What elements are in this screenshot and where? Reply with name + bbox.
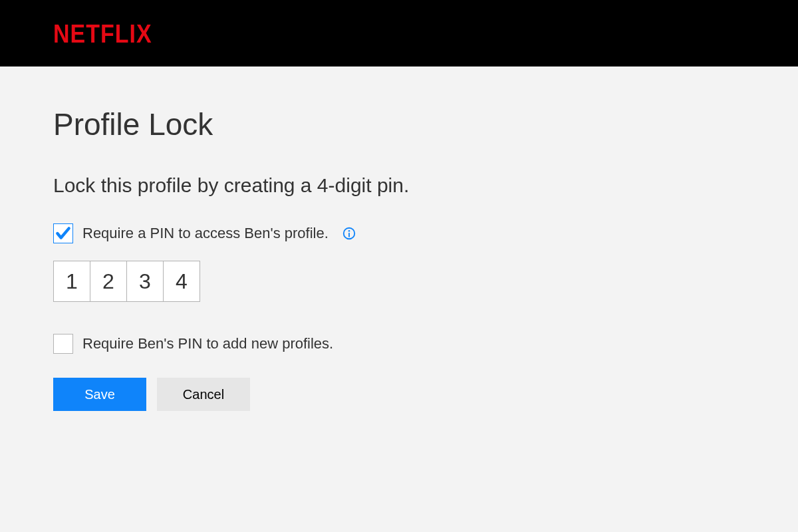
button-row: Save Cancel (53, 378, 745, 411)
pin-digit-4[interactable] (163, 261, 200, 302)
cancel-button[interactable]: Cancel (157, 378, 250, 411)
pin-digit-1[interactable] (53, 261, 90, 302)
svg-rect-2 (348, 233, 350, 237)
require-pin-add-profile-label: Require Ben's PIN to add new profiles. (82, 335, 333, 352)
save-button[interactable]: Save (53, 378, 146, 411)
pin-digit-2[interactable] (90, 261, 127, 302)
require-pin-access-label: Require a PIN to access Ben's profile. (82, 225, 329, 242)
pin-input-row (53, 261, 745, 302)
app-header: NETFLIX (0, 0, 798, 66)
instruction-text: Lock this profile by creating a 4-digit … (53, 174, 745, 197)
checkmark-icon (55, 225, 72, 242)
page-title: Profile Lock (53, 106, 745, 142)
pin-digit-3[interactable] (126, 261, 164, 302)
svg-point-1 (348, 230, 350, 232)
require-pin-add-profile-checkbox[interactable] (53, 334, 73, 354)
require-pin-access-row: Require a PIN to access Ben's profile. (53, 223, 745, 243)
info-icon[interactable] (342, 226, 356, 241)
require-pin-add-profile-row: Require Ben's PIN to add new profiles. (53, 334, 745, 354)
require-pin-access-checkbox[interactable] (53, 223, 73, 243)
brand-logo[interactable]: NETFLIX (53, 19, 152, 49)
main-content: Profile Lock Lock this profile by creati… (0, 66, 798, 451)
